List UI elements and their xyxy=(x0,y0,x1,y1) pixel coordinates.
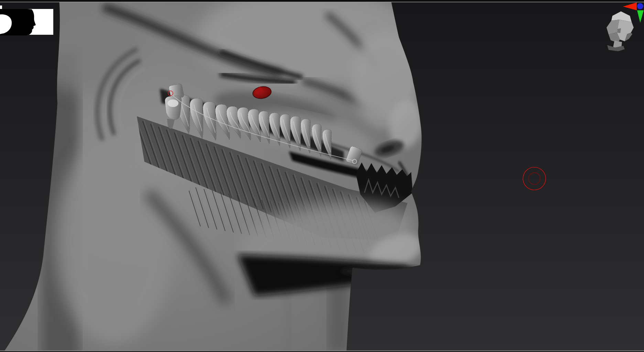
thumbnail-sliver xyxy=(0,6,2,9)
alpha-thumbnail[interactable] xyxy=(0,9,27,35)
sculpt-viewport[interactable] xyxy=(0,0,644,352)
tool-thumbnails[interactable] xyxy=(0,6,53,35)
axis-dot-icon xyxy=(637,3,643,9)
top-border-line xyxy=(0,2,644,2)
head-profile-thumbnail[interactable] xyxy=(27,9,53,35)
bottom-border-line xyxy=(0,351,644,351)
viewport-canvas[interactable] xyxy=(0,0,644,352)
top-strip xyxy=(0,0,644,2)
